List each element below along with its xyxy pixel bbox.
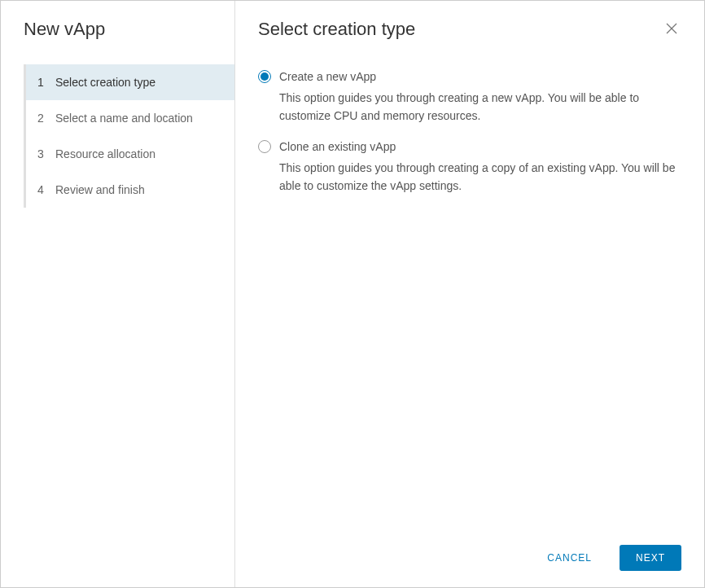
option-clone-existing-vapp[interactable]: Clone an existing vApp This option guide… — [258, 139, 681, 195]
step-label: Review and finish — [55, 183, 145, 196]
option-description: This option guides you through creating … — [279, 159, 681, 195]
wizard-footer: CANCEL NEXT — [258, 533, 681, 571]
wizard-sidebar: New vApp 1 Select creation type 2 Select… — [1, 1, 235, 587]
option-content: Clone an existing vApp This option guide… — [279, 139, 681, 195]
option-label: Create a new vApp — [279, 69, 681, 84]
wizard-step-review-finish[interactable]: 4 Review and finish — [26, 172, 234, 208]
wizard-steps: 1 Select creation type 2 Select a name a… — [24, 64, 234, 208]
wizard-step-select-creation-type[interactable]: 1 Select creation type — [24, 64, 234, 100]
wizard-main: Select creation type Create a new vApp T… — [235, 1, 704, 587]
step-number: 3 — [37, 147, 47, 160]
wizard-step-resource-allocation[interactable]: 3 Resource allocation — [26, 136, 234, 172]
close-icon — [665, 22, 678, 35]
new-vapp-dialog: New vApp 1 Select creation type 2 Select… — [0, 0, 705, 588]
step-label: Select creation type — [55, 76, 155, 89]
wizard-step-select-name-location[interactable]: 2 Select a name and location — [26, 100, 234, 136]
option-create-new-vapp[interactable]: Create a new vApp This option guides you… — [258, 69, 681, 125]
close-button[interactable] — [662, 19, 681, 38]
step-number: 1 — [37, 76, 47, 89]
step-number: 2 — [37, 112, 47, 125]
option-label: Clone an existing vApp — [279, 139, 681, 154]
step-label: Resource allocation — [55, 147, 155, 160]
next-button[interactable]: NEXT — [620, 545, 681, 571]
option-description: This option guides you through creating … — [279, 89, 681, 125]
main-header: Select creation type — [258, 19, 681, 69]
step-number: 4 — [37, 183, 47, 196]
radio-icon — [258, 140, 271, 153]
step-label: Select a name and location — [55, 112, 193, 125]
page-title: Select creation type — [258, 19, 415, 40]
creation-options: Create a new vApp This option guides you… — [258, 69, 681, 533]
option-content: Create a new vApp This option guides you… — [279, 69, 681, 125]
cancel-button[interactable]: CANCEL — [534, 545, 605, 571]
radio-icon — [258, 70, 271, 83]
wizard-title: New vApp — [1, 19, 234, 64]
